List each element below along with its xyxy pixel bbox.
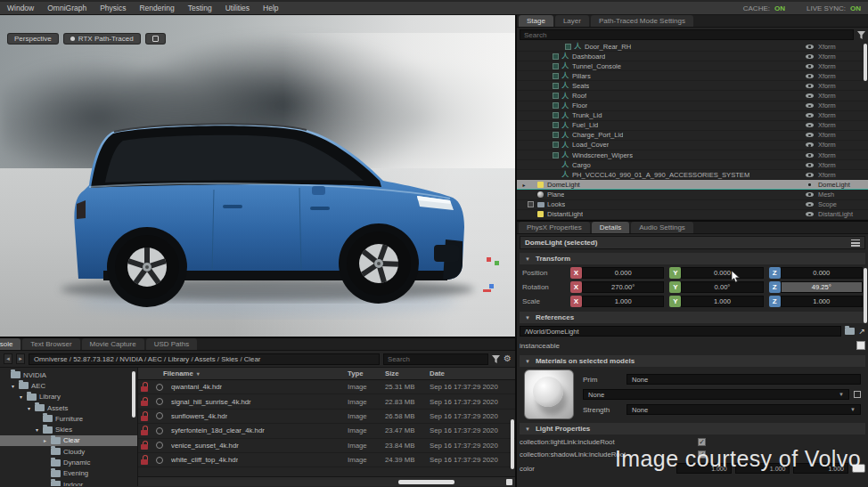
references-section-header[interactable]: ▼ References [520, 312, 865, 323]
properties-tab[interactable]: Details [592, 222, 629, 233]
plus-box-icon[interactable] [565, 44, 571, 50]
menu-item[interactable]: Rendering [139, 4, 174, 12]
stage-row[interactable]: 人Tunnel_ConsoleXform [517, 61, 868, 71]
light-link-checkbox[interactable]: ✓ [698, 438, 706, 446]
stage-search-input[interactable] [520, 29, 854, 40]
stage-row[interactable]: ▸DomeLightDomeLight [517, 180, 868, 190]
visibility-eye-icon[interactable] [805, 43, 815, 51]
grid-view-icon[interactable] [506, 479, 512, 485]
visibility-eye-icon[interactable] [805, 92, 815, 100]
folder-row[interactable]: Evening [0, 468, 137, 479]
breadcrumb[interactable]: Omniverse / 52.87.73.182 / NVIDIA / AEC … [29, 353, 380, 365]
stage-row[interactable]: 人PH_VCCCL40_990_01_A_990_ACCESSORIES_SYS… [517, 170, 868, 180]
folder-row[interactable]: ▾Library [0, 392, 137, 402]
visibility-eye-icon[interactable] [805, 111, 815, 119]
visibility-eye-icon[interactable] [805, 210, 815, 218]
axis-value-field[interactable]: 0.000 [681, 267, 763, 279]
copy-icon[interactable] [854, 391, 861, 398]
visibility-eye-icon[interactable] [805, 161, 815, 169]
folder-row[interactable]: Cloudy [0, 446, 137, 457]
filter-icon[interactable] [492, 355, 500, 363]
viewport-settings-button[interactable] [145, 33, 166, 45]
axis-value-field[interactable]: 49.25° [781, 281, 863, 293]
strength-dropdown[interactable]: None ▼ [626, 404, 861, 415]
plus-box-icon[interactable] [553, 102, 559, 109]
axis-value-field[interactable]: 270.00° [582, 281, 664, 293]
file-row[interactable]: venice_sunset_4k.hdrImage23.84 MBSep 16 … [138, 439, 515, 453]
stage-row[interactable]: 人Load_CoverXform [517, 141, 868, 150]
properties-scrollbar[interactable] [864, 268, 867, 323]
plus-box-icon[interactable] [553, 53, 559, 60]
nav-back-button[interactable]: ◂ [4, 353, 12, 364]
stage-tab[interactable]: Path-Traced Mode Settings [591, 15, 693, 27]
column-type[interactable]: Type [348, 369, 385, 377]
stage-row[interactable]: 人FloorXform [517, 101, 868, 111]
stage-row[interactable]: 人Trunk_LidXform [517, 111, 868, 121]
folder-row[interactable]: ▾AEC [0, 380, 137, 391]
file-row[interactable]: sunflowers_4k.hdrImage26.58 MBSep 16 17:… [138, 410, 515, 424]
folder-row[interactable]: Furniture [0, 413, 137, 424]
file-row[interactable]: white_cliff_top_4k.hdrImage24.39 MBSep 1… [138, 453, 515, 467]
visibility-eye-icon[interactable] [805, 72, 815, 80]
expand-caret-icon[interactable]: ▾ [34, 426, 40, 433]
materials-section-header[interactable]: ▼ Materials on selected models [520, 355, 865, 367]
visibility-eye-icon[interactable] [805, 200, 815, 208]
viewport-3d[interactable]: Perspective RTX Path-Traced [0, 15, 515, 337]
folder-row[interactable]: NVIDIA [0, 369, 137, 380]
properties-tab[interactable]: PhysX Properties [519, 222, 590, 233]
axis-value-field[interactable]: 0.000 [781, 267, 863, 279]
browser-tab[interactable]: Text Browser [22, 338, 79, 350]
transform-section-header[interactable]: ▼ Transform [520, 253, 865, 264]
menu-item[interactable]: Physics [100, 4, 126, 12]
renderer-selector-button[interactable]: RTX Path-Traced [63, 33, 141, 45]
stage-row[interactable]: 人Windscreen_WipersXform [517, 150, 868, 160]
folder-row[interactable]: ▾Skies [0, 424, 137, 434]
column-size[interactable]: Size [385, 369, 430, 377]
visibility-eye-icon[interactable] [805, 53, 815, 61]
plus-box-icon[interactable] [553, 142, 559, 148]
browser-tab[interactable]: USD Paths [146, 338, 198, 350]
folder-row[interactable]: ▾Assets [0, 402, 137, 413]
folder-row[interactable]: Dynamic [0, 457, 137, 467]
stage-row[interactable]: 人DashboardXform [517, 52, 868, 61]
menu-item[interactable]: OmniGraph [47, 4, 86, 12]
stage-row[interactable]: 人Fuel_LidXform [517, 121, 868, 131]
reference-path-field[interactable]: /World/DomeLight [520, 326, 841, 337]
axis-value-field[interactable]: 0.000 [582, 267, 664, 279]
stage-row[interactable]: 人Charge_Port_LidXform [517, 131, 868, 141]
plus-box-icon[interactable] [553, 83, 559, 89]
expand-caret-icon[interactable]: ▾ [26, 405, 32, 411]
prim-value-field[interactable]: None [626, 374, 861, 385]
column-date[interactable]: Date [430, 369, 515, 377]
gear-icon[interactable]: ⚙ [504, 354, 512, 363]
plus-box-icon[interactable] [553, 73, 559, 79]
material-binding-dropdown[interactable]: None ▼ [583, 389, 849, 400]
plus-box-icon[interactable] [553, 63, 559, 69]
plus-box-icon[interactable] [528, 201, 534, 207]
visibility-eye-icon[interactable] [805, 181, 815, 189]
camera-selector-button[interactable]: Perspective [7, 33, 59, 45]
instanceable-checkbox[interactable] [856, 341, 865, 350]
menu-burger-icon[interactable] [851, 239, 860, 247]
browser-tab[interactable]: Console [0, 338, 20, 350]
expand-caret-icon[interactable]: ▾ [18, 394, 24, 400]
expand-caret-icon[interactable]: ▸ [520, 182, 528, 188]
visibility-eye-icon[interactable] [805, 101, 815, 110]
plus-box-icon[interactable] [553, 122, 559, 128]
light-transform-gizmo[interactable] [481, 239, 508, 302]
filter-icon[interactable] [857, 31, 865, 39]
folder-row[interactable]: Indoor [0, 479, 137, 486]
visibility-eye-icon[interactable] [805, 62, 815, 70]
file-row[interactable]: syferfontein_18d_clear_4k.hdrImage23.47 … [138, 424, 515, 438]
visibility-eye-icon[interactable] [805, 141, 815, 149]
stage-row[interactable]: 人Door_Rear_RHXform [517, 42, 868, 52]
column-filename[interactable]: Filename ▾ [138, 369, 348, 377]
visibility-eye-icon[interactable] [805, 171, 815, 179]
plus-box-icon[interactable] [553, 93, 559, 99]
folder-icon[interactable] [845, 328, 855, 335]
folder-row[interactable]: ▸Clear [0, 435, 137, 446]
stage-row[interactable]: 人CargoXform [517, 160, 868, 170]
stage-row[interactable]: 人SeatsXform [517, 81, 868, 91]
light-section-header[interactable]: ▼ Light Properties [520, 423, 865, 434]
file-row[interactable]: signal_hill_sunrise_4k.hdrImage22.83 MBS… [138, 394, 515, 409]
